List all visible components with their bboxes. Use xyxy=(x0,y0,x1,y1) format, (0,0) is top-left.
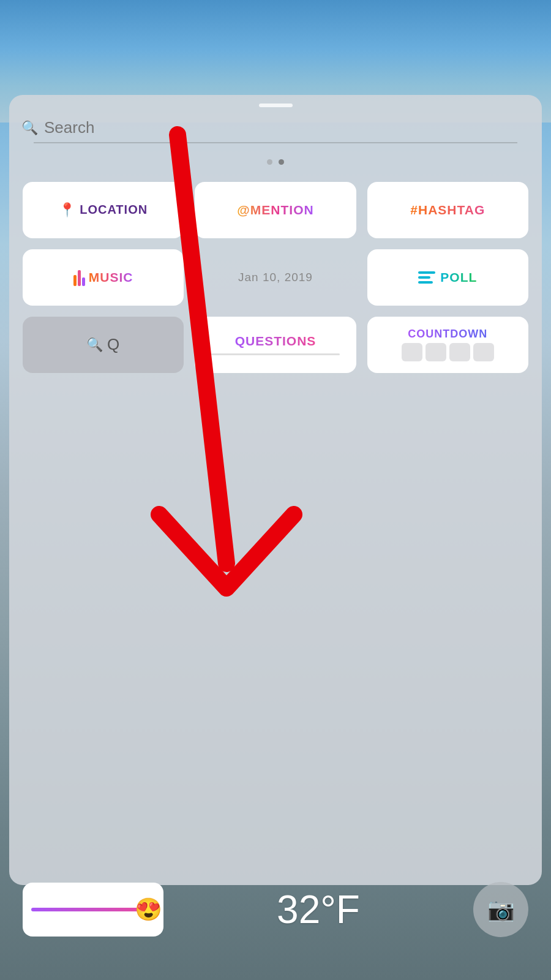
poll-line-2 xyxy=(418,276,430,279)
emoji-slider-sticker[interactable]: 😍 xyxy=(23,883,163,937)
sticker-countdown[interactable]: COUNTDOWN xyxy=(367,317,528,373)
sticker-music[interactable]: MUSIC xyxy=(23,249,184,306)
sticker-countdown-label: COUNTDOWN xyxy=(408,328,487,341)
sticker-quiz[interactable]: 🔍 Q xyxy=(23,317,184,373)
slider-emoji: 😍 xyxy=(135,897,162,922)
countdown-box-2 xyxy=(425,343,446,361)
countdown-box-4 xyxy=(473,343,494,361)
search-icon: 🔍 xyxy=(21,120,38,136)
page-dot-1 xyxy=(267,159,272,165)
sticker-panel: 🔍 📍 LOCATION @MENTION #HASHTAG xyxy=(9,95,542,885)
poll-lines-icon xyxy=(418,271,435,284)
poll-line-3 xyxy=(418,281,433,284)
sticker-location-label: LOCATION xyxy=(80,203,148,217)
sticker-quiz-label: Q xyxy=(107,335,120,354)
search-input[interactable] xyxy=(44,118,530,137)
sticker-date[interactable]: Jan 10, 2019 xyxy=(195,249,356,306)
music-bar-2 xyxy=(78,270,81,286)
sticker-mention[interactable]: @MENTION xyxy=(195,182,356,238)
countdown-box-1 xyxy=(402,343,422,361)
quiz-search-icon: 🔍 xyxy=(86,337,103,353)
sticker-poll[interactable]: POLL xyxy=(367,249,528,306)
questions-underline xyxy=(211,353,340,355)
sticker-hashtag[interactable]: #HASHTAG xyxy=(367,182,528,238)
countdown-boxes xyxy=(402,343,494,361)
location-pin-icon: 📍 xyxy=(59,202,76,218)
sticker-questions-label: QUESTIONS xyxy=(235,334,317,352)
sticker-mention-label: @MENTION xyxy=(237,203,313,217)
slider-track: 😍 xyxy=(31,908,155,911)
sticker-location[interactable]: 📍 LOCATION xyxy=(23,182,184,238)
page-dots xyxy=(9,149,542,171)
countdown-box-3 xyxy=(449,343,470,361)
sticker-questions[interactable]: QUESTIONS xyxy=(195,317,356,373)
music-bar-3 xyxy=(82,277,85,286)
search-bar: 🔍 xyxy=(21,118,530,137)
sticker-poll-label: POLL xyxy=(440,270,477,285)
sticker-date-label: Jan 10, 2019 xyxy=(238,271,313,284)
temperature-display: 32°F xyxy=(277,887,360,932)
sticker-music-label: MUSIC xyxy=(89,270,133,285)
bottom-toolbar: 😍 32°F 📷 xyxy=(9,882,542,937)
sticker-grid: 📍 LOCATION @MENTION #HASHTAG MUSIC Jan 1… xyxy=(9,171,542,384)
search-divider xyxy=(34,142,517,143)
poll-line-1 xyxy=(418,271,435,274)
search-container: 🔍 xyxy=(9,107,542,149)
camera-button[interactable]: 📷 xyxy=(473,882,528,937)
camera-icon: 📷 xyxy=(487,897,515,922)
sticker-hashtag-label: #HASHTAG xyxy=(410,203,485,217)
page-dot-2 xyxy=(279,159,284,165)
music-bar-1 xyxy=(73,275,77,286)
music-bars-icon xyxy=(73,269,85,286)
